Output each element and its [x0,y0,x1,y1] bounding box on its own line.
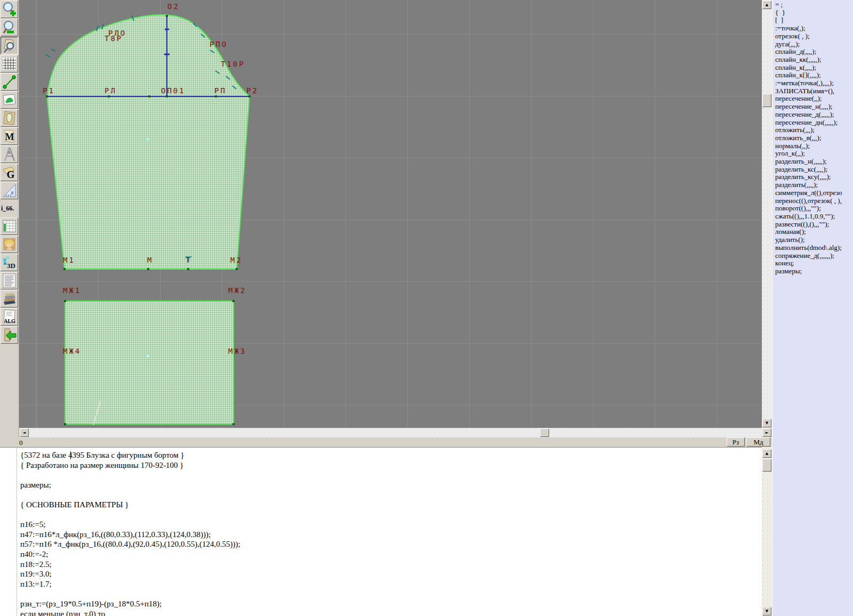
drawing-canvas[interactable]: О2РЛОТ8РРПОТ10РР1РЛОП01РПР2М1МТМ2МЖ1МЖ2М… [19,0,762,428]
pattern-piece-button[interactable] [1,109,18,127]
function-template-item[interactable]: сплайн_к(,,,,); [775,64,853,72]
preview-piece-button[interactable] [1,37,18,54]
function-template-item[interactable]: :=точка(,); [775,25,853,33]
code-line[interactable]: п16:=5; [20,520,756,530]
function-template-item[interactable]: поворот((),,,""); [775,205,853,213]
code-line[interactable]: {5372 на базе 4395 Блузка с фигурным бор… [20,450,756,460]
model-portrait-icon [2,237,17,252]
function-template-item[interactable]: удалить(); [775,236,853,244]
scroll-down-arrow[interactable]: ▼ [762,607,771,615]
canvas-hscrollbar[interactable]: ◄ ► [19,428,772,437]
editor-vscrollbar[interactable]: ▲ ▼ [762,447,772,616]
algorithm-button[interactable]: ALG [1,308,18,326]
canvas-hscroll-thumb[interactable] [540,428,549,437]
code-line[interactable] [20,589,756,599]
code-line[interactable]: п47:=п16*л_фнк(рз_16,((80,0.33),(112,0.3… [20,530,756,540]
function-template-item[interactable]: сплайн_д(,,,,); [775,48,853,56]
code-line[interactable]: п19:=3.0; [20,569,756,579]
function-template-item[interactable]: угол_к(,,); [775,150,853,158]
function-template-item[interactable]: отложить_в(,,,); [775,134,853,142]
code-line[interactable] [20,510,756,520]
scroll-down-arrow[interactable]: ▼ [762,419,771,427]
function-template-item[interactable]: выполнить(dmod\.alg); [775,244,853,252]
function-template-item[interactable]: пересечение(,,); [775,95,853,103]
code-line[interactable]: п57:=п16 *л_фнк(рз_16,((80,0.4),(92,0.45… [20,539,756,549]
pattern-piece-icon [2,110,17,126]
code-line[interactable] [20,490,756,500]
zoom-out-icon [2,20,17,35]
segment-button[interactable] [1,73,18,91]
exit-button[interactable] [1,326,18,344]
graphics-g-icon: G [2,165,17,180]
function-template-item[interactable]: отложить(,,,); [775,126,853,134]
function-template-item[interactable]: конец; [775,260,853,268]
zoom-out-button[interactable] [1,19,18,36]
function-template-item[interactable]: пересечение_д(,,,,,); [775,111,853,119]
size-table-button[interactable] [1,217,18,235]
code-line[interactable]: п40:=-2; [20,549,756,560]
algorithm-editor[interactable]: {5372 на базе 4395 Блузка с фигурным бор… [0,447,762,616]
function-template-item[interactable]: сжать((),,,1.1,0.9,""); [775,213,853,221]
function-template-item[interactable]: перенос((),отрезок( , ), [775,197,853,205]
function-template-item[interactable]: = ; [775,1,853,9]
function-template-item[interactable]: разделить_н(,,,,,); [775,158,853,166]
function-template-item[interactable]: разделить_кс(,,,,); [775,166,853,174]
point-label: ОП01 [161,87,186,94]
function-template-item[interactable]: пересечение_дн(,,,,,); [775,119,853,127]
function-template-item[interactable]: { } [775,9,853,17]
point-label: Т8Р [104,35,123,42]
graphics-button[interactable]: G [1,164,18,181]
archive-button[interactable] [1,290,18,307]
scroll-up-arrow[interactable]: ▲ [762,449,771,458]
code-line[interactable]: размеры; [20,480,756,490]
point-label: М1 [63,256,75,264]
image-button[interactable] [1,91,18,109]
grid-button[interactable] [1,55,18,72]
rz-button[interactable]: Рз [727,437,745,447]
three-d-button[interactable]: 3D [1,254,18,271]
function-template-item[interactable]: нормаль(,,); [775,142,853,150]
measurements-m-icon: M [2,128,17,144]
ruler-button[interactable]: 8 [1,182,18,199]
md-button[interactable]: Мд [746,437,770,447]
text-list-button[interactable] [1,272,18,289]
function-template-item[interactable]: сплайн_к[](,,,,); [775,71,853,79]
canvas-vscroll-thumb[interactable] [762,94,771,107]
zoom-in-button[interactable] [1,1,18,18]
code-line[interactable]: { Разработано на размер женщины 170-92-1… [20,460,756,471]
reference-point [147,138,149,141]
function-template-item[interactable]: размеры; [775,268,853,275]
three-d-icon: 3D [2,255,17,270]
code-line[interactable]: п13:=1.7; [20,579,756,589]
code-line[interactable]: { ОСНОВНЫЕ ПАРАМЕТРЫ } [20,500,756,510]
reference-point [147,355,149,358]
sleeve-piece[interactable] [47,15,250,269]
function-template-item[interactable]: ломаная(); [775,228,853,236]
editor-vscroll-thumb[interactable] [762,459,771,472]
scroll-right-arrow[interactable]: ► [762,428,771,437]
scroll-up-arrow[interactable]: ▲ [762,1,771,9]
function-template-item[interactable]: развести((),(),,,""); [775,221,853,229]
function-template-item[interactable]: отрезок( , ); [775,33,853,40]
function-template-item[interactable]: разделить_ксу(,,,,); [775,173,853,181]
code-line[interactable]: рзн_т:=(рз_19*0.5+п19)-(рз_18*0.5+п18); [20,599,756,609]
function-template-item[interactable]: разделить(,,,,); [775,181,853,189]
function-template-item[interactable]: пересечение_н(,,,,); [775,103,853,111]
toolbar: M А G 8 i_66. [0,0,19,437]
function-template-item[interactable]: сплайн_кк(,,,,,); [775,56,853,64]
code-line[interactable]: если меньше (рзн_т,0) то [20,609,756,616]
function-template-item[interactable]: дуга(,,,); [775,40,853,48]
code-line[interactable]: п18:=2.5; [20,560,756,570]
measurements-button[interactable]: M [1,127,18,145]
cuff-piece[interactable] [65,301,234,424]
scroll-left-arrow[interactable]: ◄ [20,428,29,437]
function-template-item[interactable]: ЗАПИСАТЬ(имя=(), [775,87,853,95]
function-template-item[interactable]: :=метка(точка(,),,,,); [775,79,853,87]
canvas-vscrollbar[interactable]: ▲ ▼ [762,0,772,428]
function-template-item[interactable]: [ ] [775,17,853,25]
drafting-button[interactable]: А [1,145,18,163]
function-template-item[interactable]: симметрия_л((),отрезо [775,189,853,197]
function-template-item[interactable]: сопряжение_д(,,,,,,); [775,252,853,260]
model-button[interactable] [1,236,18,253]
code-line[interactable] [20,470,756,480]
